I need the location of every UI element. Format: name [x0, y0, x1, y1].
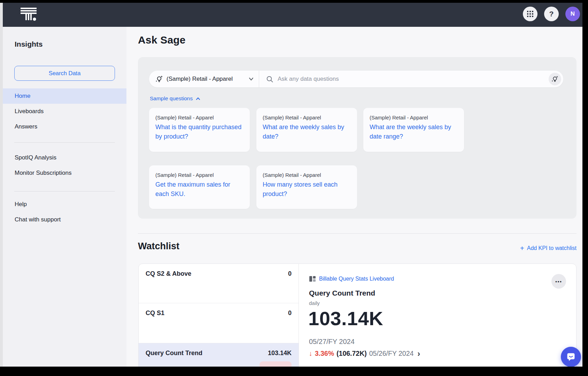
question-mark-icon: ?: [549, 10, 554, 18]
sample-question-card[interactable]: (Sample) Retail - Apparel What is the qu…: [149, 108, 250, 152]
change-value: (106.72K): [336, 350, 367, 358]
section-divider: [138, 233, 577, 234]
sidebar-item-monitor-subscriptions[interactable]: Monitor Subscriptions: [3, 165, 126, 181]
sage-bulb-icon: [551, 76, 558, 83]
liveboard-name: Billable Query Stats Liveboard: [319, 276, 394, 282]
liveboard-link[interactable]: Billable Query Stats Liveboard: [309, 275, 394, 282]
ellipsis-icon: •••: [555, 279, 562, 284]
datasource-selector[interactable]: (Sample) Retail - Apparel: [149, 71, 259, 87]
top-navbar: ? N: [3, 3, 582, 27]
sage-submit-button[interactable]: [549, 73, 561, 85]
card-source: (Sample) Retail - Apparel: [370, 115, 458, 120]
sidebar-title: Insights: [15, 40, 43, 48]
question-search: [259, 73, 563, 85]
add-kpi-label: Add KPI to watchlist: [527, 245, 577, 251]
watchlist-row[interactable]: CQ S2 & Above 0: [139, 264, 299, 303]
apps-grid-icon: [527, 11, 534, 17]
change-badge: [260, 361, 292, 367]
apps-grid-button[interactable]: [523, 7, 537, 21]
sidebar-item-help[interactable]: Help: [3, 197, 126, 212]
card-source: (Sample) Retail - Apparel: [155, 172, 243, 178]
kpi-label: CQ S1: [146, 310, 164, 316]
kpi-big-value: 103.14K: [308, 307, 383, 330]
sidebar: Insights Search Data Home Liveboards Ans…: [3, 27, 126, 367]
sample-questions-label: Sample questions: [150, 95, 193, 102]
search-icon: [266, 76, 273, 83]
datasource-label: (Sample) Retail - Apparel: [167, 76, 233, 83]
sidebar-item-spotiq-analysis[interactable]: SpotIQ Analysis: [3, 150, 126, 165]
sage-search-bar: (Sample) Retail - Apparel: [149, 71, 563, 87]
sidebar-item-chat-with-support[interactable]: Chat with support: [3, 212, 126, 227]
watchlist-kpi-list: CQ S2 & Above 0 CQ S1 0 Query Count Tren…: [139, 264, 299, 367]
sidebar-item-answers[interactable]: Answers: [3, 119, 126, 134]
down-arrow-icon: ↓: [309, 350, 312, 358]
kpi-value: 0: [288, 310, 292, 317]
watchlist-row-selected[interactable]: Query Count Trend 103.14K: [139, 343, 299, 367]
kpi-date: 05/27/FY 2024: [309, 338, 355, 346]
card-question: Get the maximum sales for each SKU.: [155, 180, 243, 199]
kpi-label: CQ S2 & Above: [146, 270, 191, 277]
card-question: What are the weekly sales by date?: [263, 123, 351, 141]
card-question: What is the quantity purchased by produc…: [155, 123, 243, 141]
kpi-value: 0: [288, 270, 292, 277]
change-percent: 3.36%: [315, 350, 334, 358]
kpi-value: 103.14K: [268, 350, 292, 357]
sidebar-divider: [14, 142, 115, 143]
search-data-button[interactable]: Search Data: [14, 66, 115, 81]
kpi-frequency: daily: [309, 300, 320, 306]
chat-bubble-icon: [566, 352, 576, 362]
sample-question-card[interactable]: (Sample) Retail - Apparel Get the maximu…: [149, 165, 250, 209]
background-strip: [0, 3, 3, 367]
comparison-date: 05/26/FY 2024: [369, 350, 414, 358]
help-button[interactable]: ?: [544, 7, 559, 21]
user-avatar[interactable]: N: [565, 7, 580, 21]
card-question: What are the weekly sales by date range?: [370, 123, 458, 141]
chevron-right-icon[interactable]: ›: [417, 351, 420, 357]
app-window: ? N Insights Search Data Home Liveboards…: [3, 3, 582, 367]
sample-question-card[interactable]: (Sample) Retail - Apparel What are the w…: [363, 108, 464, 152]
sample-question-card[interactable]: (Sample) Retail - Apparel How many store…: [256, 165, 357, 209]
plus-icon: +: [520, 245, 524, 251]
kpi-label: Query Count Trend: [146, 350, 202, 357]
sample-questions-toggle[interactable]: Sample questions: [150, 95, 200, 102]
watchlist-row[interactable]: CQ S1 0: [139, 303, 299, 343]
support-chat-button[interactable]: [561, 347, 581, 367]
kpi-detail-panel: Billable Query Stats Liveboard Query Cou…: [299, 264, 576, 367]
sample-question-card[interactable]: (Sample) Retail - Apparel What are the w…: [256, 108, 357, 152]
thoughtspot-logo-icon[interactable]: [20, 6, 38, 24]
sage-icon: [155, 75, 163, 83]
watchlist-title: Watchlist: [138, 241, 179, 252]
card-question: How many stores sell each product?: [263, 180, 351, 199]
search-input[interactable]: [278, 76, 549, 83]
card-source: (Sample) Retail - Apparel: [155, 115, 243, 120]
kpi-change-row: ↓ 3.36% (106.72K) 05/26/FY 2024 ›: [309, 350, 420, 358]
kpi-detail-title: Query Count Trend: [309, 289, 375, 297]
card-source: (Sample) Retail - Apparel: [263, 115, 351, 120]
kpi-options-button[interactable]: •••: [551, 274, 566, 289]
sidebar-item-liveboards[interactable]: Liveboards: [3, 104, 126, 119]
ask-sage-panel: (Sample) Retail - Apparel: [138, 57, 577, 219]
watchlist-card: CQ S2 & Above 0 CQ S1 0 Query Count Tren…: [138, 264, 577, 367]
chevron-up-icon: [196, 97, 200, 100]
liveboard-icon: [309, 275, 316, 282]
sidebar-divider: [14, 191, 115, 191]
avatar-initial: N: [571, 10, 575, 17]
card-source: (Sample) Retail - Apparel: [263, 172, 351, 178]
sidebar-item-home[interactable]: Home: [3, 88, 126, 104]
add-kpi-button[interactable]: + Add KPI to watchlist: [520, 245, 577, 251]
chevron-down-icon: [248, 77, 254, 81]
page-title: Ask Sage: [138, 34, 186, 46]
